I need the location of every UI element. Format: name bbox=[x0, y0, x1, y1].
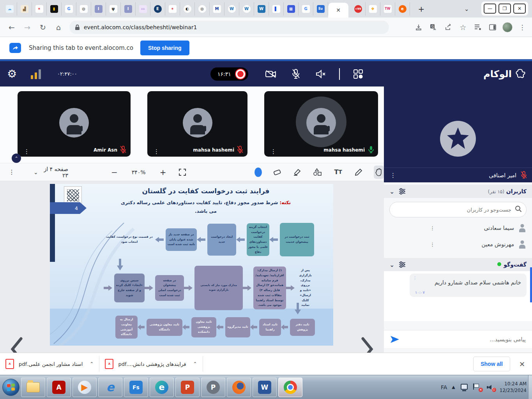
taskbar-mediaplayer-button[interactable]: ▶ bbox=[72, 378, 97, 397]
tile-menu-kebab-icon[interactable]: ⋮ bbox=[154, 150, 159, 153]
address-bar[interactable]: event.alocom.co/class/beheshti/webinar1 bbox=[69, 21, 389, 34]
taskbar-explorer-button[interactable] bbox=[21, 378, 45, 397]
taskbar-psiphon-button[interactable]: P bbox=[201, 378, 225, 397]
taskbar-ie-button[interactable]: e bbox=[98, 378, 122, 397]
zoom-out-button[interactable]: − bbox=[111, 168, 118, 177]
tray-expand-icon[interactable]: ▲ bbox=[452, 385, 455, 390]
user-menu-kebab-icon[interactable]: ⋮ bbox=[430, 244, 435, 245]
pinned-tab[interactable]: W bbox=[254, 2, 269, 16]
pencil-tool-icon[interactable] bbox=[353, 166, 364, 179]
pinned-tab[interactable]: ▮ bbox=[47, 2, 62, 16]
profile-avatar[interactable] bbox=[501, 21, 514, 34]
page-select-chevron-icon[interactable]: ⌄ bbox=[34, 169, 38, 175]
home-button[interactable]: ⌂ bbox=[51, 23, 66, 32]
browser-tab[interactable]: ❖ bbox=[366, 2, 380, 16]
share-icon[interactable] bbox=[442, 21, 455, 34]
send-message-icon[interactable] bbox=[389, 335, 399, 344]
pinned-tab[interactable]: W bbox=[224, 2, 239, 16]
reading-list-icon[interactable] bbox=[471, 21, 484, 34]
pinned-tab[interactable]: G bbox=[299, 2, 313, 16]
tab-search-chevron-icon[interactable]: ⌄ bbox=[464, 5, 469, 12]
color-picker-button[interactable] bbox=[255, 168, 262, 177]
users-collapse-chevron-icon[interactable]: ⌄ bbox=[389, 188, 394, 195]
download-item[interactable]: A فرایندهای پژوهشی دانش....pdf ⌃ bbox=[99, 356, 203, 372]
download-chevron-up-icon[interactable]: ⌃ bbox=[90, 361, 94, 367]
bookmark-star-icon[interactable]: ☆ bbox=[456, 21, 470, 34]
tile-menu-kebab-icon[interactable]: ⋮ bbox=[270, 150, 276, 153]
taskbar-chrome-button-active[interactable] bbox=[278, 378, 302, 397]
taskbar-powerpoint-button[interactable]: P bbox=[175, 378, 200, 397]
action-center-flag-icon[interactable]: ✕ bbox=[473, 383, 482, 391]
show-all-downloads-button[interactable]: Show all bbox=[473, 357, 510, 371]
pinned-tab[interactable]: I bbox=[91, 2, 106, 16]
fullscreen-icon[interactable] bbox=[179, 168, 186, 176]
mic-off-icon[interactable] bbox=[287, 69, 305, 79]
pinned-tab[interactable]: ✶ bbox=[165, 2, 180, 16]
chat-message-input[interactable] bbox=[399, 336, 532, 343]
stop-sharing-button[interactable]: Stop sharing bbox=[140, 41, 189, 55]
tile-menu-kebab-icon[interactable]: ⋮ bbox=[24, 150, 30, 153]
settings-gear-icon[interactable]: ⚙ bbox=[7, 67, 17, 80]
language-indicator[interactable]: FA bbox=[441, 384, 447, 390]
pinned-tab[interactable]: ☁ bbox=[2, 2, 17, 16]
back-button[interactable]: ← bbox=[4, 23, 19, 32]
pinned-tab[interactable]: M bbox=[210, 2, 224, 16]
start-button[interactable] bbox=[2, 379, 19, 396]
video-tile[interactable]: ⋮ Amir Asn bbox=[18, 91, 131, 157]
tab-close-icon[interactable]: ✕ bbox=[336, 7, 341, 13]
taskbar-word-button[interactable]: W bbox=[253, 378, 277, 397]
reload-button[interactable]: ↻ bbox=[35, 23, 51, 32]
hand-tool-icon[interactable] bbox=[374, 166, 384, 179]
download-chevron-up-icon[interactable]: ⌃ bbox=[193, 361, 197, 367]
show-desktop-button[interactable] bbox=[528, 375, 532, 399]
recording-indicator[interactable]: ۱۶:۳۱ bbox=[210, 67, 248, 81]
pinned-tab[interactable]: W bbox=[239, 2, 254, 16]
speaker-muted-icon[interactable] bbox=[312, 69, 330, 79]
taskbar-edge-button[interactable]: e bbox=[150, 378, 174, 397]
download-item[interactable]: A استاد مشاور انجمن علمی.pdf ⌃ bbox=[0, 356, 99, 372]
users-panel-header[interactable]: ⌄ کاربران (۱۵ نفر) bbox=[384, 185, 532, 198]
eraser-tool-icon[interactable] bbox=[272, 166, 282, 179]
pinned-tab[interactable]: I bbox=[121, 2, 136, 16]
zoom-in-button[interactable]: + bbox=[160, 168, 166, 177]
pinned-tab[interactable]: ▌ bbox=[269, 2, 284, 16]
pinned-tab[interactable]: ◐ bbox=[180, 2, 195, 16]
users-filter-icon[interactable] bbox=[398, 188, 406, 194]
pinned-tab[interactable]: ▭ bbox=[136, 2, 150, 16]
chat-filter-icon[interactable] bbox=[398, 261, 406, 268]
restore-button[interactable]: ❐ bbox=[498, 4, 511, 14]
forward-button[interactable]: → bbox=[19, 23, 35, 32]
active-tab[interactable]: ✕ bbox=[328, 3, 348, 18]
pinned-tab[interactable]: ▦ bbox=[284, 2, 299, 16]
pinned-tab[interactable]: ▟ bbox=[17, 2, 32, 16]
new-tab-button[interactable]: + bbox=[415, 3, 427, 15]
video-tile[interactable]: ⋮ mahsa hashemi bbox=[147, 91, 247, 157]
user-menu-kebab-icon[interactable]: ⋮ bbox=[430, 227, 435, 229]
text-tool-icon[interactable]: TT bbox=[333, 166, 343, 179]
user-row[interactable]: سیما سعادتی ⋮ bbox=[384, 220, 532, 236]
taskbar-acrobat-button[interactable]: A bbox=[47, 378, 71, 397]
close-button[interactable]: ✕ bbox=[513, 4, 526, 14]
browser-tab[interactable]: TW bbox=[380, 2, 395, 16]
minimize-button[interactable]: — bbox=[484, 4, 496, 14]
user-search-input[interactable] bbox=[389, 202, 527, 217]
chat-collapse-chevron-icon[interactable]: ⌄ bbox=[389, 261, 394, 268]
connection-quality-icon[interactable] bbox=[31, 69, 41, 79]
taskbar-clock[interactable]: 10:24 AM 12/23/2024 bbox=[500, 381, 527, 394]
pinned-tab[interactable]: G bbox=[62, 2, 76, 16]
translate-icon[interactable]: G bbox=[427, 21, 440, 34]
download-icon[interactable] bbox=[412, 21, 425, 34]
browser-tab[interactable]: e bbox=[395, 2, 410, 16]
pinned-tab[interactable]: ◍ bbox=[76, 2, 91, 16]
pinned-tab[interactable]: Eu bbox=[313, 2, 328, 16]
taskbar-firefox-button[interactable] bbox=[227, 378, 251, 397]
pinned-tab[interactable]: E bbox=[150, 2, 165, 16]
browser-tab[interactable]: +99 bbox=[351, 2, 366, 16]
network-icon[interactable] bbox=[460, 383, 468, 391]
pinned-tab[interactable]: ψ bbox=[106, 2, 121, 16]
presentation-menu-kebab-icon[interactable]: ⋮ bbox=[9, 171, 15, 173]
collapse-tiles-button[interactable]: ⌃ bbox=[12, 154, 21, 163]
message-menu-kebab-icon[interactable]: ⋮ bbox=[413, 277, 417, 279]
volume-muted-icon[interactable]: ⃠ bbox=[486, 383, 495, 391]
menu-kebab-icon[interactable]: ⋮ bbox=[516, 21, 529, 34]
